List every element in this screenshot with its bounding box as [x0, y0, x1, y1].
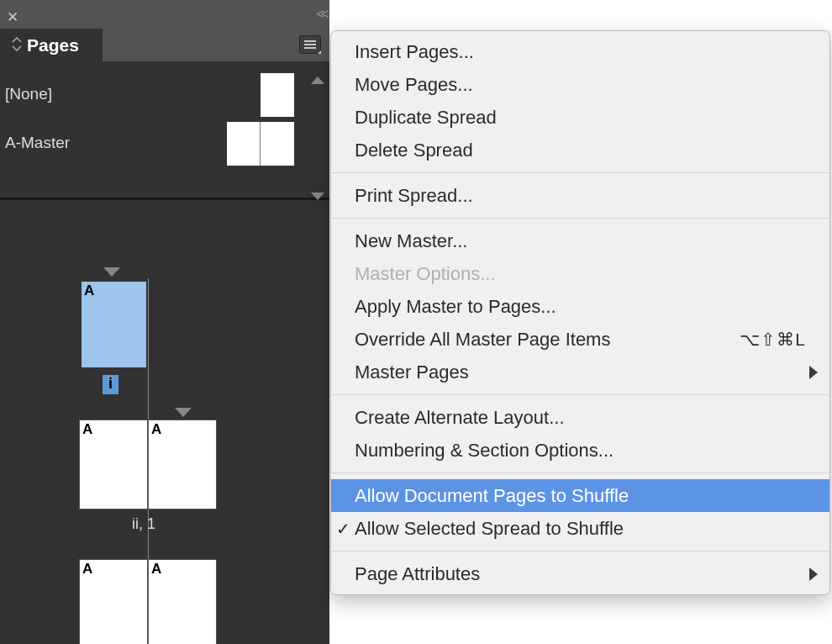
menu-label: Insert Pages...	[355, 38, 474, 66]
menu-apply-master[interactable]: Apply Master to Pages...	[331, 290, 829, 323]
menu-separator	[331, 394, 829, 395]
menu-label: Print Spread...	[355, 182, 473, 209]
menu-override-master-items[interactable]: Override All Master Page Items⌥⇧⌘L	[331, 323, 829, 356]
master-letter: A	[82, 421, 92, 438]
menu-label: Override All Master Page Items	[355, 325, 610, 353]
submenu-arrow-icon	[809, 366, 818, 379]
menu-duplicate-spread[interactable]: Duplicate Spread	[331, 101, 829, 134]
menu-new-master[interactable]: New Master...	[331, 224, 829, 257]
master-a-row[interactable]: A-Master	[0, 122, 329, 166]
menu-delete-spread[interactable]: Delete Spread	[331, 134, 829, 166]
master-letter: A	[151, 421, 161, 438]
dropdown-caret-icon	[318, 50, 321, 54]
menu-create-alternate-layout[interactable]: Create Alternate Layout...	[331, 401, 829, 434]
menu-separator	[331, 172, 829, 173]
menu-print-spread[interactable]: Print Spread...	[331, 179, 829, 212]
menu-insert-pages[interactable]: Insert Pages...	[331, 35, 829, 68]
panel-menu-button[interactable]	[299, 35, 321, 54]
menu-allow-spread-shuffle[interactable]: ✓Allow Selected Spread to Shuffle	[331, 512, 829, 545]
page-2[interactable]: A	[79, 559, 148, 644]
menu-separator	[331, 472, 829, 473]
menu-label: Master Pages	[355, 358, 469, 386]
page-label-ii-1[interactable]: ii, 1	[132, 515, 155, 533]
menu-separator	[331, 551, 829, 552]
menu-master-options: Master Options...	[331, 257, 829, 290]
master-label: [None]	[5, 73, 52, 103]
section-divider	[0, 198, 329, 200]
expand-icon	[12, 37, 22, 54]
menu-label: Master Options...	[355, 260, 496, 288]
panel-title: Pages	[27, 35, 79, 55]
menu-label: Move Pages...	[355, 71, 473, 98]
master-letter: A	[84, 282, 94, 299]
master-letter: A	[151, 561, 161, 578]
pages-context-menu: Insert Pages... Move Pages... Duplicate …	[330, 30, 830, 595]
master-none-thumb[interactable]	[261, 73, 294, 117]
menu-page-attributes[interactable]: Page Attributes	[331, 557, 829, 590]
menu-shortcut: ⌥⇧⌘L	[740, 326, 806, 353]
page-label-i[interactable]: i	[103, 375, 118, 394]
menu-label: Apply Master to Pages...	[355, 293, 556, 320]
master-letter: A	[82, 561, 92, 578]
page-ii[interactable]: A	[79, 420, 148, 509]
menu-allow-doc-shuffle[interactable]: Allow Document Pages to Shuffle	[331, 479, 829, 512]
pages-panel: ✕ << Pages [None] A-Master	[0, 0, 329, 644]
master-label: A-Master	[5, 122, 70, 152]
master-pages-section: [None] A-Master	[0, 61, 329, 260]
document-pages-section: A i A A ii, 1 A A	[0, 260, 329, 270]
spread-marker-icon	[175, 408, 192, 417]
menu-label: Create Alternate Layout...	[355, 404, 565, 431]
collapse-panel-icon[interactable]: <<	[316, 7, 325, 22]
menu-separator	[331, 218, 829, 219]
menu-master-pages[interactable]: Master Pages	[331, 356, 829, 388]
spread-marker-icon	[103, 267, 120, 277]
close-icon[interactable]: ✕	[7, 8, 18, 26]
menu-move-pages[interactable]: Move Pages...	[331, 68, 829, 101]
scroll-down-icon[interactable]	[311, 193, 324, 200]
master-none-row[interactable]: [None]	[0, 73, 329, 117]
menu-label: Page Attributes	[355, 560, 480, 588]
page-1[interactable]: A	[148, 420, 217, 509]
menu-numbering-section[interactable]: Numbering & Section Options...	[331, 434, 829, 467]
panel-titlebar: ✕ << Pages	[0, 0, 329, 61]
submenu-arrow-icon	[809, 567, 818, 581]
page-i[interactable]: A	[80, 280, 148, 369]
check-icon: ✓	[336, 516, 350, 541]
hamburger-icon	[304, 44, 316, 45]
pages-tab[interactable]: Pages	[0, 29, 103, 61]
menu-label: Numbering & Section Options...	[355, 436, 613, 464]
menu-label: Allow Selected Spread to Shuffle	[355, 515, 624, 542]
menu-label: Delete Spread	[355, 136, 473, 164]
page-3[interactable]: A	[148, 559, 217, 644]
menu-label: Allow Document Pages to Shuffle	[355, 482, 629, 509]
master-a-thumb[interactable]	[227, 122, 294, 166]
menu-label: New Master...	[355, 227, 467, 255]
menu-label: Duplicate Spread	[355, 103, 497, 131]
